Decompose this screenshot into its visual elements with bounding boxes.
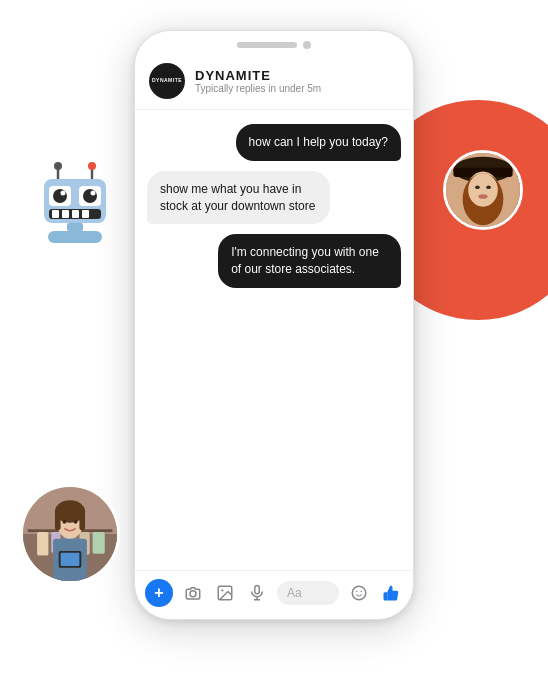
svg-point-3 xyxy=(88,162,96,170)
svg-point-7 xyxy=(53,189,67,203)
svg-rect-13 xyxy=(62,210,69,218)
chat-header: DYNAMITE DYNAMITE Typically replies in u… xyxy=(135,55,413,110)
camera-icon xyxy=(184,584,202,602)
phone-frame: DYNAMITE DYNAMITE Typically replies in u… xyxy=(134,30,414,620)
message-bubble-2: show me what you have in stock at your d… xyxy=(147,171,330,225)
avatar-bottom-left xyxy=(20,484,120,584)
svg-rect-30 xyxy=(37,532,48,556)
svg-point-44 xyxy=(190,591,196,597)
emoji-icon xyxy=(350,584,368,602)
camera-button[interactable] xyxy=(181,581,205,605)
message-text-1: how can I help you today? xyxy=(249,135,388,149)
plus-icon: + xyxy=(154,585,163,601)
svg-rect-15 xyxy=(82,210,89,218)
svg-rect-16 xyxy=(67,223,83,231)
svg-point-51 xyxy=(356,591,358,593)
svg-rect-14 xyxy=(72,210,79,218)
svg-rect-17 xyxy=(48,231,102,243)
brand-initials: DYNAMITE xyxy=(150,76,184,86)
svg-rect-39 xyxy=(79,511,85,530)
thumbs-up-button[interactable] xyxy=(379,581,403,605)
svg-point-23 xyxy=(468,173,498,206)
phone-top-bar xyxy=(135,31,413,55)
svg-rect-38 xyxy=(55,511,61,530)
phone-notch xyxy=(237,42,297,48)
message-bubble-1: how can I help you today? xyxy=(236,124,401,161)
svg-point-9 xyxy=(61,191,66,196)
svg-point-52 xyxy=(361,591,363,593)
brand-avatar: DYNAMITE xyxy=(149,63,185,99)
brand-status: Typically replies in under 5m xyxy=(195,83,321,94)
image-icon xyxy=(216,584,234,602)
microphone-icon xyxy=(248,584,266,602)
svg-point-26 xyxy=(478,194,487,199)
svg-point-10 xyxy=(91,191,96,196)
scene: DYNAMITE DYNAMITE Typically replies in u… xyxy=(0,0,548,679)
thumbs-up-icon xyxy=(382,584,400,602)
svg-rect-47 xyxy=(255,586,260,594)
svg-point-24 xyxy=(475,185,480,189)
svg-point-25 xyxy=(486,185,491,189)
svg-point-50 xyxy=(352,586,366,600)
svg-rect-43 xyxy=(61,553,80,566)
chat-messages: how can I help you today? show me what y… xyxy=(135,110,413,570)
svg-point-41 xyxy=(74,520,78,524)
chat-input-bar: + xyxy=(135,570,413,619)
avatar-top-right xyxy=(443,150,523,230)
microphone-button[interactable] xyxy=(245,581,269,605)
message-bubble-3: I'm connecting you with one of our store… xyxy=(218,234,401,288)
brand-name: DYNAMITE xyxy=(195,68,321,83)
message-text-2: show me what you have in stock at your d… xyxy=(160,182,315,213)
svg-point-46 xyxy=(221,589,223,591)
svg-point-1 xyxy=(54,162,62,170)
svg-point-8 xyxy=(83,189,97,203)
svg-rect-34 xyxy=(93,532,105,554)
phone-camera xyxy=(303,41,311,49)
input-placeholder: Aa xyxy=(287,586,302,600)
svg-rect-12 xyxy=(52,210,59,218)
robot-icon xyxy=(30,155,120,245)
message-text-3: I'm connecting you with one of our store… xyxy=(231,245,379,276)
svg-point-40 xyxy=(62,520,66,524)
plus-button[interactable]: + xyxy=(145,579,173,607)
message-input[interactable]: Aa xyxy=(277,581,339,605)
emoji-button[interactable] xyxy=(347,581,371,605)
image-button[interactable] xyxy=(213,581,237,605)
chat-header-info: DYNAMITE Typically replies in under 5m xyxy=(195,68,321,94)
